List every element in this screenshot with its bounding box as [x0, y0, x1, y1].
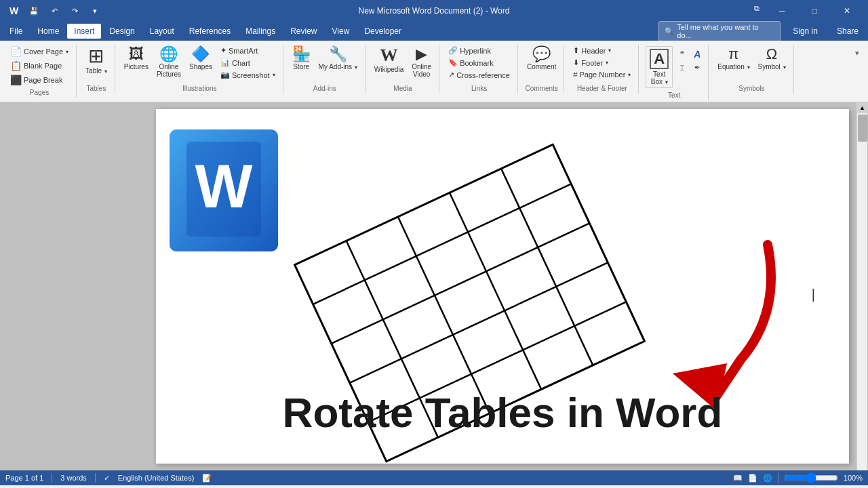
- page-number-dropdown: ▾: [628, 72, 631, 78]
- minimize-button[interactable]: ─: [766, 0, 797, 22]
- language-indicator[interactable]: English (United States): [118, 474, 195, 482]
- menu-insert[interactable]: Insert: [67, 24, 101, 39]
- comments-group-label: Comments: [519, 85, 564, 92]
- header-dropdown: ▾: [608, 47, 611, 54]
- shapes-icon: 🔷: [191, 47, 210, 62]
- redo-qat-button[interactable]: ↷: [66, 3, 83, 19]
- equation-button[interactable]: π Equation ▾: [714, 45, 753, 73]
- page-indicator: Page 1 of 1: [5, 474, 43, 482]
- wordart-button[interactable]: A: [690, 47, 704, 61]
- share-button[interactable]: Share: [830, 24, 865, 39]
- online-video-button[interactable]: ▶ OnlineVideo: [408, 45, 435, 80]
- cross-reference-label: Cross-reference: [456, 71, 510, 79]
- scroll-up-button[interactable]: ▲: [857, 102, 868, 113]
- wordart-icon: A: [694, 49, 701, 60]
- ribbon: 📄 Cover Page ▾ 📋 Blank Page ⬛ Page Break…: [0, 41, 868, 102]
- save-qat-button[interactable]: 💾: [26, 3, 42, 19]
- ribbon-scroll-right[interactable]: ▾: [849, 45, 865, 61]
- document-page[interactable]: W: [156, 109, 849, 464]
- quick-parts-button[interactable]: ≡: [675, 47, 689, 61]
- ribbon-group-media: W Wikipedia ▶ OnlineVideo Media: [367, 45, 439, 94]
- svg-text:W: W: [195, 152, 253, 220]
- header-button[interactable]: ⬆ Header ▾: [570, 45, 634, 56]
- page-break-icon: ⬛: [10, 75, 22, 85]
- text-box-button[interactable]: A TextBox ▾: [646, 46, 673, 88]
- chart-button[interactable]: 📊 Chart: [217, 57, 279, 68]
- blank-page-label: Blank Page: [24, 62, 62, 70]
- menu-developer[interactable]: Developer: [357, 24, 408, 39]
- signature-button[interactable]: ✒: [690, 62, 704, 73]
- undo-qat-button[interactable]: ↶: [46, 3, 62, 19]
- header-footer-items: ⬆ Header ▾ ⬇ Footer ▾ # Page Number ▾: [570, 45, 634, 91]
- footer-button[interactable]: ⬇ Footer ▾: [570, 57, 634, 68]
- pictures-button[interactable]: 🖼 Pictures: [121, 45, 152, 73]
- page-number-button[interactable]: # Page Number ▾: [570, 69, 634, 80]
- cross-reference-button[interactable]: ↗ Cross-reference: [445, 69, 513, 81]
- shapes-button[interactable]: 🔷 Shapes: [186, 45, 216, 73]
- ribbon-group-text: A TextBox ▾ ≡ A ⌶: [640, 45, 709, 100]
- page-break-button[interactable]: ⬛ Page Break: [7, 73, 72, 87]
- drop-cap-button[interactable]: ⌶: [675, 62, 689, 73]
- qat-more-button[interactable]: ▾: [87, 3, 103, 19]
- zoom-level[interactable]: 100%: [844, 474, 863, 482]
- page-number-label: Page Number: [579, 70, 625, 79]
- document-container: W: [0, 102, 868, 470]
- online-pictures-button[interactable]: 🌐 OnlinePictures: [153, 45, 184, 80]
- bookmark-button[interactable]: 🔖 Bookmark: [445, 57, 513, 68]
- hyperlink-icon: 🔗: [448, 46, 458, 55]
- ribbon-group-links: 🔗 Hyperlink 🔖 Bookmark ↗ Cross-reference…: [441, 45, 518, 94]
- signature-icon: ✒: [694, 64, 700, 71]
- web-layout-button[interactable]: 🌐: [763, 474, 772, 483]
- text-group-label: Text: [640, 92, 708, 99]
- menu-layout[interactable]: Layout: [143, 24, 181, 39]
- cover-page-button[interactable]: 📄 Cover Page ▾: [7, 45, 72, 58]
- screenshot-icon: 📷: [220, 70, 230, 79]
- print-layout-button[interactable]: 📄: [748, 474, 757, 483]
- comment-icon: 💬: [532, 47, 551, 62]
- menu-review[interactable]: Review: [283, 24, 323, 39]
- wikipedia-label: Wikipedia: [374, 66, 403, 73]
- restore-button[interactable]: ⧉: [749, 0, 765, 16]
- footer-icon: ⬇: [573, 58, 579, 67]
- proofing-icon[interactable]: ✓: [104, 474, 110, 483]
- table-button[interactable]: ⊞ Table ▾: [82, 45, 111, 77]
- table-icon: ⊞: [88, 47, 104, 66]
- wikipedia-button[interactable]: W Wikipedia: [371, 45, 407, 75]
- symbol-button[interactable]: Ω Symbol ▾: [755, 45, 789, 73]
- word-logo-background: W: [170, 129, 278, 251]
- equation-icon: π: [728, 47, 738, 62]
- ribbon-group-tables: ⊞ Table ▾ Tables: [78, 45, 115, 94]
- maximize-button[interactable]: □: [799, 0, 830, 22]
- menu-file[interactable]: File: [3, 24, 29, 39]
- menu-mailings[interactable]: Mailings: [239, 24, 282, 39]
- track-changes-icon[interactable]: 📝: [202, 474, 212, 483]
- my-addins-label: My Add-ins ▾: [319, 63, 357, 70]
- menu-references[interactable]: References: [182, 24, 237, 39]
- comment-button[interactable]: 💬 Comment: [524, 45, 559, 73]
- menu-right: 🔍 Tell me what you want to do... Sign in…: [658, 21, 865, 41]
- header-label: Header: [581, 47, 606, 55]
- scrollbar: ▲: [856, 102, 867, 470]
- tell-me-input[interactable]: 🔍 Tell me what you want to do...: [658, 21, 781, 41]
- text-cursor: |: [812, 287, 815, 302]
- menu-home[interactable]: Home: [31, 24, 66, 39]
- sign-in-button[interactable]: Sign in: [786, 24, 825, 39]
- illustrations-group-label: Illustrations: [117, 85, 283, 92]
- smartart-button[interactable]: ✦ SmartArt: [217, 45, 279, 56]
- screenshot-button[interactable]: 📷 Screenshot ▾: [217, 69, 279, 81]
- zoom-slider[interactable]: [784, 472, 838, 483]
- store-button[interactable]: 🏪 Store: [289, 45, 314, 73]
- text-col2: ≡ A ⌶ ✒: [675, 47, 704, 73]
- page-break-label: Page Break: [24, 76, 62, 84]
- ribbon-group-addins: 🏪 Store 🔧 My Add-ins ▾ Add-ins: [285, 45, 366, 94]
- hyperlink-button[interactable]: 🔗 Hyperlink: [445, 45, 513, 56]
- close-button[interactable]: ✕: [831, 0, 863, 22]
- store-icon: 🏪: [292, 47, 311, 62]
- menu-view[interactable]: View: [326, 24, 357, 39]
- blank-page-icon: 📋: [10, 60, 22, 71]
- blank-page-button[interactable]: 📋 Blank Page: [7, 59, 72, 73]
- my-addins-button[interactable]: 🔧 My Add-ins ▾: [315, 45, 361, 73]
- read-mode-button[interactable]: 📖: [733, 474, 743, 483]
- menu-design[interactable]: Design: [102, 24, 141, 39]
- scrollbar-thumb[interactable]: [858, 115, 867, 142]
